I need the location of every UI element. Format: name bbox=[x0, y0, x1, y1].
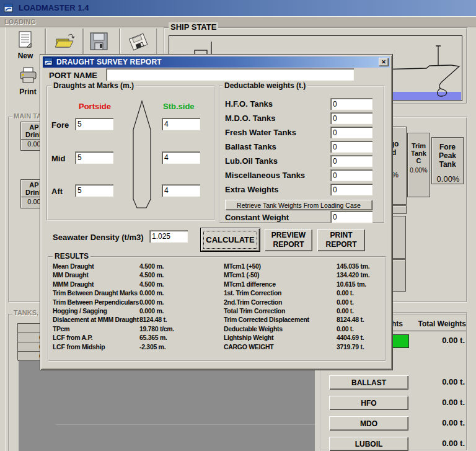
cargo-total-value: 0.00 t. bbox=[408, 336, 465, 345]
results-value: -2.305 m. bbox=[139, 343, 165, 351]
deductable-row-input[interactable] bbox=[330, 141, 372, 153]
deductable-row-label: Extra Weights bbox=[225, 185, 278, 194]
tanks-title: TANKS, bbox=[12, 309, 40, 316]
results-row: TPcm19.780 t/cm. bbox=[53, 325, 220, 334]
deductable-row-input[interactable] bbox=[330, 98, 372, 110]
total-hfo-button[interactable]: HFO bbox=[329, 396, 408, 410]
results-row: Dislacement at MMM Draught8124.48 t. bbox=[53, 316, 220, 324]
results-value: 19.780 t/cm. bbox=[139, 325, 174, 333]
results-value: 8124.48 t. bbox=[337, 316, 364, 323]
draught-stb-input[interactable] bbox=[162, 118, 200, 130]
draught-row-label: Mid bbox=[51, 154, 65, 163]
deductable-row-label: Ballast Tanks bbox=[225, 142, 276, 151]
portside-header: Portside bbox=[79, 102, 111, 111]
deductable-row-label: H.F.O. Tanks bbox=[225, 99, 273, 109]
total-luboil-button[interactable]: LUBOIL bbox=[329, 437, 408, 451]
seawater-density-label: Seawater Density (t/m3) bbox=[53, 233, 144, 242]
results-row: Mean Draught4.500 m. bbox=[53, 262, 220, 271]
ship-state-title: SHIP STATE bbox=[169, 22, 218, 32]
window-edge bbox=[5, 27, 6, 451]
print-report-button[interactable]: PRINT REPORT bbox=[317, 229, 365, 251]
port-name-input[interactable] bbox=[106, 68, 354, 81]
toolbar-print-button[interactable]: Print bbox=[14, 66, 42, 98]
total-ballast-button[interactable]: BALLAST bbox=[329, 375, 408, 390]
dialog-titlebar[interactable]: DRAUGHT SURVEY REPORT ✕ bbox=[43, 56, 390, 68]
draught-stb-input[interactable] bbox=[162, 151, 200, 164]
loading-caption: LOADING bbox=[3, 18, 37, 25]
results-row: MTcm1 difference10.615 tm. bbox=[224, 280, 385, 289]
results-value: 4.500 m. bbox=[139, 271, 164, 279]
draught-row-label: Fore bbox=[51, 120, 69, 130]
results-value: 10.615 tm. bbox=[337, 280, 366, 288]
results-row: Hogging / Sagging0.000 m. bbox=[53, 307, 220, 316]
results-label: Trim Between Draught Marks bbox=[53, 289, 138, 297]
tilted-diskette-icon bbox=[126, 43, 150, 54]
retrieve-tank-weights-button[interactable]: Retrieve Tank Weights From Loading Case bbox=[225, 200, 372, 210]
results-label: LCF from A.P. bbox=[53, 334, 92, 341]
results-row: Deductable Weights0.00 t. bbox=[224, 325, 385, 334]
trim-cell-line2: Tank bbox=[408, 150, 430, 157]
toolbar-save-button[interactable] bbox=[87, 31, 112, 53]
results-row: Trim Between Draught Marks0.000 m. bbox=[53, 289, 220, 298]
results-label: Total Trim Correction bbox=[224, 307, 285, 315]
results-row: MTcm1 (+50)145.035 tm. bbox=[224, 262, 385, 271]
trim-cell-value: 0.00% bbox=[408, 167, 430, 174]
toolbar-print-label: Print bbox=[14, 87, 42, 96]
total-ballast-value: 0.00 t. bbox=[408, 377, 465, 386]
results-row: LCF from A.P.65.365 m. bbox=[53, 334, 220, 342]
draught-port-input[interactable] bbox=[75, 151, 113, 164]
total-mdo-value: 0.00 t. bbox=[408, 418, 465, 427]
stbside-header: Stb.side bbox=[163, 102, 195, 111]
deductable-row-input[interactable] bbox=[330, 184, 372, 195]
deductable-row-label: Miscellaneous Tanks bbox=[225, 171, 305, 180]
fore-peak-line1: Fore bbox=[432, 143, 463, 151]
constant-weight-input[interactable] bbox=[330, 211, 372, 223]
draughts-group: Draughts at Marks (m.) Portside Stb.side… bbox=[46, 86, 215, 221]
results-row: Trim Corrected Displacement8124.48 t. bbox=[224, 316, 385, 324]
toolbar-new-button[interactable]: New bbox=[11, 29, 40, 60]
calculate-button[interactable]: CALCULATE bbox=[201, 228, 260, 251]
results-label: Trim Between Perpendiculars bbox=[53, 298, 139, 306]
seawater-density-input[interactable] bbox=[149, 230, 188, 243]
results-label: Hogging / Sagging bbox=[53, 307, 107, 315]
constant-weight-label: Constant Weight bbox=[225, 213, 289, 222]
save-floppy-icon bbox=[87, 43, 111, 54]
draughts-title: Draughts at Marks (m.) bbox=[51, 81, 136, 90]
app-icon bbox=[4, 3, 14, 13]
hull-outline-drawing bbox=[123, 99, 161, 216]
results-title: RESULTS bbox=[53, 252, 90, 261]
trim-tank-c-cell[interactable]: Trim Tank C 0.00% bbox=[407, 133, 430, 197]
results-row: 2nd.Trim Correction0.00 t. bbox=[224, 298, 385, 307]
results-value: 0.00 t. bbox=[337, 298, 354, 306]
results-label: Deductable Weights bbox=[224, 325, 283, 333]
fore-peak-line3: Tank bbox=[432, 160, 463, 169]
preview-report-button[interactable]: PREVIEW REPORT bbox=[265, 229, 312, 251]
fore-peak-value: 0.00% bbox=[434, 174, 462, 184]
results-value: 0.00 t. bbox=[337, 307, 354, 315]
draught-port-input[interactable] bbox=[75, 184, 113, 197]
deductable-row-input[interactable] bbox=[330, 112, 372, 124]
dialog-title: DRAUGHT SURVEY REPORT bbox=[56, 58, 162, 66]
deductable-row-input[interactable] bbox=[330, 155, 372, 167]
results-label: MTcm1 (-50) bbox=[224, 271, 259, 279]
results-value: 0.00 t. bbox=[337, 325, 354, 333]
draught-stb-input[interactable] bbox=[162, 184, 200, 197]
results-row: MM Draught4.500 m. bbox=[53, 271, 220, 280]
printer-icon bbox=[17, 78, 38, 88]
dialog-icon bbox=[45, 58, 53, 66]
results-value: 4.500 m. bbox=[139, 280, 164, 288]
results-row: CARGO WEIGHT3719.79 t. bbox=[224, 343, 385, 352]
total-weights-header: Total Weights bbox=[404, 319, 466, 328]
results-label: Lightship Weight bbox=[224, 334, 273, 341]
close-button[interactable]: ✕ bbox=[379, 58, 389, 66]
total-mdo-button[interactable]: MDO bbox=[329, 416, 408, 431]
toolbar-delete-button[interactable] bbox=[126, 31, 151, 53]
results-value: 65.365 m. bbox=[139, 334, 167, 341]
results-row: LCF from Midship-2.305 m. bbox=[53, 343, 220, 352]
toolbar-open-button[interactable] bbox=[55, 31, 78, 53]
results-value: 4.500 m. bbox=[139, 262, 164, 270]
deductable-row-input[interactable] bbox=[330, 127, 372, 138]
deductable-row-input[interactable] bbox=[330, 169, 372, 181]
results-label: CARGO WEIGHT bbox=[224, 343, 273, 351]
draught-port-input[interactable] bbox=[75, 118, 113, 130]
